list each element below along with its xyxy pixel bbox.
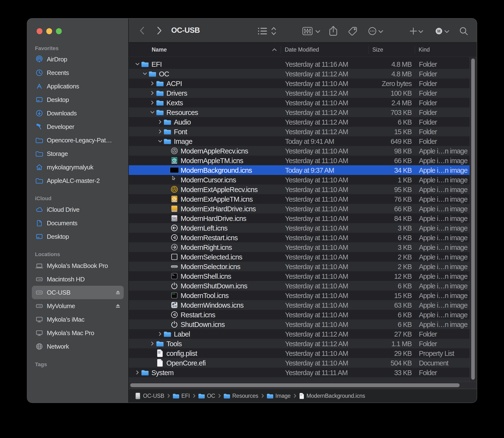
svg-text:EXEC: EXEC [172,294,176,295]
svg-text:M: M [437,29,440,33]
svg-text:Continue: Continue [172,266,177,267]
